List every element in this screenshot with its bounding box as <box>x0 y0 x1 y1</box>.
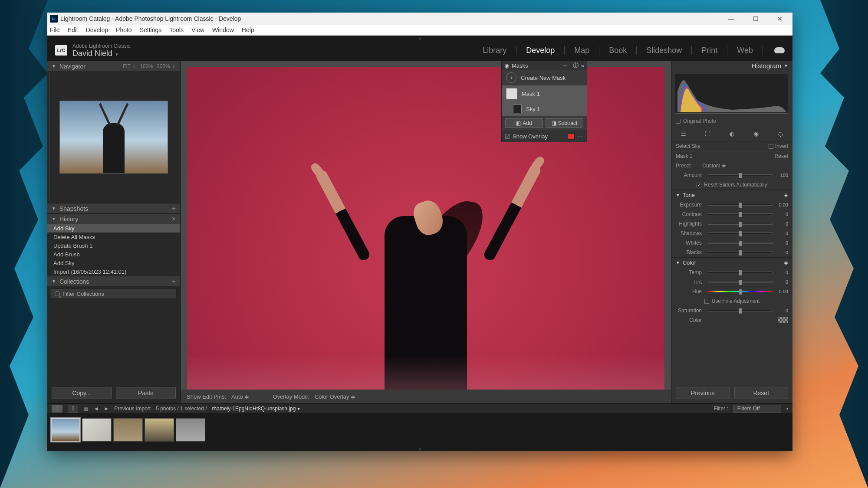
history-item[interactable]: Update Brush 1 <box>47 241 180 250</box>
highlights-slider[interactable] <box>708 223 773 225</box>
collapse-icon[interactable]: » <box>581 62 584 69</box>
preset-dropdown[interactable]: Custom ≑ <box>702 163 726 169</box>
menu-develop[interactable]: Develop <box>86 26 108 33</box>
module-develop[interactable]: Develop <box>524 46 556 55</box>
module-book[interactable]: Book <box>607 46 628 55</box>
previous-button[interactable]: Previous <box>676 387 730 399</box>
filter-collections-input[interactable]: Filter Collections <box>51 288 177 299</box>
history-item[interactable]: Delete All Masks <box>47 233 180 241</box>
histogram-header[interactable]: Histogram ▼ <box>671 61 792 71</box>
mask-subtract-button[interactable]: ◨ Subtract <box>546 118 583 128</box>
original-photo-checkbox[interactable] <box>676 119 681 124</box>
next-photo-icon[interactable]: ► <box>104 406 109 412</box>
user-name[interactable]: David Nield <box>72 49 112 58</box>
create-new-mask[interactable]: + Create New Mask <box>502 70 587 85</box>
module-map[interactable]: Map <box>572 46 591 55</box>
filmstrip-thumb[interactable] <box>51 418 80 442</box>
zoom-fit[interactable]: FIT ≑ <box>123 63 136 69</box>
masking-icon[interactable]: ◌ <box>776 129 785 138</box>
history-item[interactable]: Add Brush <box>47 250 180 259</box>
menu-tools[interactable]: Tools <box>169 26 184 33</box>
filmstrip-thumb[interactable] <box>145 418 174 442</box>
color-swatch[interactable] <box>778 317 788 323</box>
filename[interactable]: rhamely-1EpgNIdHt8Q-unsplash.jpg ▾ <box>212 406 300 412</box>
close-button[interactable]: ✕ <box>773 15 786 22</box>
paste-button[interactable]: Paste <box>116 387 176 399</box>
menu-window[interactable]: Window <box>212 26 234 33</box>
mask-reset-link[interactable]: Reset <box>775 153 788 159</box>
amount-slider[interactable] <box>708 174 773 176</box>
maximize-button[interactable]: ☐ <box>749 15 762 22</box>
add-snapshot-icon[interactable]: + <box>172 205 176 213</box>
module-slideshow[interactable]: Slideshow <box>644 46 684 55</box>
menu-settings[interactable]: Settings <box>140 26 162 33</box>
overlay-mode-dropdown[interactable]: Color Overlay ≑ <box>315 393 355 400</box>
color-section-header[interactable]: ▼Color◈ <box>671 257 792 268</box>
crop-icon[interactable]: ⛶ <box>703 129 713 138</box>
panel-grip-icon[interactable]: ━ <box>563 62 568 69</box>
edit-sliders-icon[interactable]: ☰ <box>679 129 688 138</box>
grid-icon[interactable]: ▦ <box>83 406 88 412</box>
tint-slider[interactable] <box>708 281 773 283</box>
module-print[interactable]: Print <box>700 46 719 55</box>
eye-icon[interactable]: ◈ <box>784 192 788 198</box>
module-library[interactable]: Library <box>481 46 508 55</box>
eye-icon[interactable]: ◉ <box>504 62 509 69</box>
help-icon[interactable]: ⓘ <box>573 62 579 69</box>
copy-button[interactable]: Copy... <box>52 387 112 399</box>
module-web[interactable]: Web <box>735 46 755 55</box>
eye-icon[interactable]: ◈ <box>784 259 788 266</box>
snapshots-header[interactable]: ▼ Snapshots + <box>47 203 180 213</box>
overlay-color-swatch[interactable] <box>568 134 575 140</box>
masks-panel-header[interactable]: ◉ Masks ━ ⓘ » <box>502 61 587 70</box>
history-item[interactable]: Add Sky <box>47 224 180 233</box>
hue-slider[interactable] <box>708 291 773 292</box>
edit-pins-dropdown[interactable]: Auto ≑ <box>231 393 249 400</box>
invert-checkbox[interactable] <box>769 144 773 149</box>
top-panel-collapse[interactable]: ▴ <box>47 36 792 40</box>
histogram[interactable] <box>675 74 789 114</box>
history-header[interactable]: ▼ History × <box>47 213 180 224</box>
healing-icon[interactable]: ◐ <box>727 129 736 138</box>
minimize-button[interactable]: — <box>725 15 738 22</box>
history-item[interactable]: Import (16/05/2023 12:41:01) <box>47 267 180 276</box>
zoom-300[interactable]: 300% ≑ <box>157 63 176 69</box>
overlay-menu-icon[interactable]: ⋯ <box>577 133 583 140</box>
tone-section-header[interactable]: ▼Tone◈ <box>671 190 792 200</box>
add-collection-icon[interactable]: + <box>172 278 176 285</box>
menu-view[interactable]: View <box>191 26 204 33</box>
whites-slider[interactable] <box>708 242 773 244</box>
view-mode-1[interactable]: 1 <box>52 405 62 413</box>
reset-auto-checkbox[interactable]: ✓ <box>697 183 701 187</box>
menu-help[interactable]: Help <box>242 26 254 33</box>
reset-button[interactable]: Reset <box>734 387 789 399</box>
prev-photo-icon[interactable]: ◄ <box>93 406 99 412</box>
filter-lock-icon[interactable]: ▪ <box>786 406 788 412</box>
history-item[interactable]: Add Sky <box>47 259 180 267</box>
blacks-slider[interactable] <box>708 252 773 253</box>
shadows-slider[interactable] <box>708 233 773 234</box>
filter-dropdown[interactable]: Filters Off <box>733 405 781 413</box>
collection-name[interactable]: Previous Import <box>114 406 151 412</box>
navigator-header[interactable]: ▼ Navigator FIT ≑ 100% 300% ≑ <box>47 61 180 71</box>
mask-item[interactable]: Mask 1 <box>502 85 587 102</box>
menu-edit[interactable]: Edit <box>68 26 78 33</box>
mask-add-button[interactable]: ◧ Add <box>505 118 543 128</box>
filmstrip-thumb[interactable] <box>176 418 205 442</box>
menu-photo[interactable]: Photo <box>116 26 132 33</box>
filmstrip-thumb[interactable] <box>82 418 112 442</box>
clear-history-icon[interactable]: × <box>172 215 176 223</box>
collections-header[interactable]: ▼ Collections + <box>47 276 180 286</box>
show-overlay-checkbox[interactable]: ✓ <box>505 134 510 139</box>
menu-file[interactable]: File <box>50 26 60 33</box>
image-canvas[interactable] <box>187 67 664 390</box>
fine-adjust-checkbox[interactable] <box>704 299 709 304</box>
navigator-preview[interactable] <box>49 73 178 201</box>
zoom-100[interactable]: 100% <box>140 63 153 69</box>
mask-subitem[interactable]: Sky 1 <box>502 102 587 116</box>
cloud-sync-icon[interactable] <box>774 47 785 53</box>
filmstrip-thumb[interactable] <box>113 418 143 442</box>
contrast-slider[interactable] <box>708 213 773 215</box>
view-mode-2[interactable]: 2 <box>68 405 79 413</box>
saturation-slider[interactable] <box>708 310 773 311</box>
